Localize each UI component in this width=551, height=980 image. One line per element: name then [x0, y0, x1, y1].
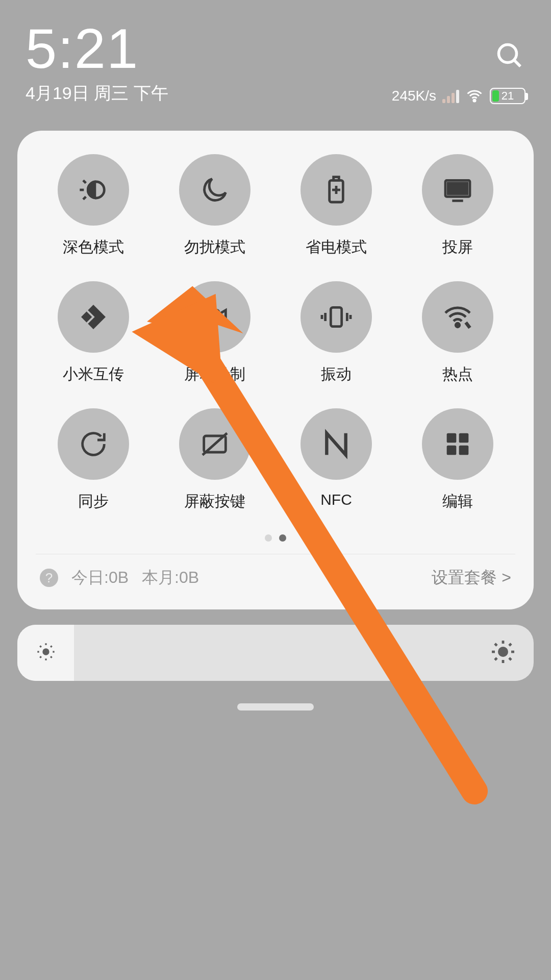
- cast-icon: [441, 174, 474, 206]
- quick-settings-panel: 深色模式 勿扰模式 省电模式 投屏 小米互传 屏幕录制 振动 热: [17, 131, 534, 609]
- svg-point-28: [42, 648, 49, 655]
- net-speed: 245K/s: [392, 88, 436, 104]
- brightness-low-icon: [36, 642, 56, 664]
- panel-drag-handle[interactable]: [237, 703, 314, 710]
- status-header: 5:21 4月19日 周三 下午 245K/s 21: [0, 0, 551, 115]
- toggle-nfc[interactable]: NFC: [276, 408, 397, 512]
- svg-line-6: [83, 197, 86, 199]
- vibrate-icon: [320, 301, 353, 333]
- nfc-icon: [320, 428, 353, 460]
- data-usage-row[interactable]: ? 今日:0B 本月:0B 设置套餐 >: [17, 554, 534, 603]
- brightness-high-icon: [491, 640, 515, 666]
- dark-mode-icon: [77, 174, 110, 206]
- battery-percent: 21: [491, 89, 524, 103]
- svg-rect-25: [459, 433, 469, 443]
- time-display: 5:21: [26, 20, 525, 77]
- toggle-do-not-disturb[interactable]: 勿扰模式: [154, 154, 276, 258]
- mi-share-icon: [77, 301, 110, 333]
- svg-point-2: [473, 100, 475, 102]
- svg-line-33: [40, 646, 41, 647]
- toggle-edit[interactable]: 编辑: [397, 408, 518, 512]
- toggle-hide-keys[interactable]: 屏蔽按键: [154, 408, 276, 512]
- svg-rect-12: [448, 183, 467, 194]
- svg-rect-8: [334, 177, 339, 181]
- toggle-label: 振动: [321, 364, 352, 385]
- toggle-screen-record[interactable]: 屏幕录制: [154, 281, 276, 385]
- svg-rect-27: [459, 446, 469, 455]
- toggle-power-save[interactable]: 省电模式: [276, 154, 397, 258]
- toggle-label: 小米互传: [63, 364, 124, 385]
- data-today: 今日:0B: [71, 567, 129, 589]
- toggle-label: 屏幕录制: [184, 364, 245, 385]
- page-dot-active: [279, 534, 286, 542]
- cellular-signal-icon: [442, 89, 459, 103]
- svg-line-43: [509, 658, 511, 660]
- toggle-label: 省电模式: [306, 237, 367, 258]
- battery-plus-icon: [320, 174, 353, 206]
- svg-line-45: [509, 644, 511, 646]
- svg-rect-15: [331, 307, 341, 326]
- toggle-hotspot[interactable]: 热点: [397, 281, 518, 385]
- svg-point-37: [498, 647, 508, 657]
- toggle-label: 深色模式: [63, 237, 124, 258]
- search-icon: [495, 41, 525, 71]
- data-month: 本月:0B: [142, 567, 199, 589]
- toggle-sync[interactable]: 同步: [33, 408, 154, 512]
- hide-keys-icon: [198, 428, 231, 460]
- svg-line-34: [51, 656, 52, 658]
- svg-line-42: [495, 644, 497, 646]
- svg-rect-26: [447, 446, 457, 455]
- hotspot-icon: [441, 301, 474, 333]
- toggle-label: 投屏: [442, 237, 473, 258]
- svg-line-21: [466, 323, 470, 328]
- svg-line-1: [514, 60, 521, 67]
- wifi-icon: [465, 87, 484, 105]
- toggle-label: 屏蔽按键: [184, 491, 245, 512]
- sync-icon: [77, 428, 110, 460]
- svg-line-44: [495, 658, 497, 660]
- svg-line-5: [83, 180, 86, 183]
- moon-icon: [198, 174, 231, 206]
- battery-indicator: 21: [490, 88, 525, 104]
- brightness-slider[interactable]: [17, 625, 534, 681]
- svg-point-0: [499, 45, 517, 63]
- svg-line-35: [40, 656, 41, 658]
- toggle-label: 勿扰模式: [184, 237, 245, 258]
- svg-rect-24: [447, 433, 457, 443]
- status-bar-right: 245K/s 21: [392, 87, 525, 105]
- toggle-grid: 深色模式 勿扰模式 省电模式 投屏 小米互传 屏幕录制 振动 热: [17, 146, 534, 517]
- svg-point-20: [456, 323, 459, 327]
- toggle-mi-share[interactable]: 小米互传: [33, 281, 154, 385]
- search-button[interactable]: [495, 41, 525, 71]
- toggle-cast[interactable]: 投屏: [397, 154, 518, 258]
- page-indicator[interactable]: [17, 534, 534, 542]
- video-camera-icon: [198, 301, 231, 333]
- toggle-label: 热点: [442, 364, 473, 385]
- toggle-label: 同步: [78, 491, 109, 512]
- toggle-dark-mode[interactable]: 深色模式: [33, 154, 154, 258]
- grid-icon: [441, 428, 474, 460]
- toggle-vibrate[interactable]: 振动: [276, 281, 397, 385]
- svg-line-36: [51, 646, 52, 647]
- help-icon: ?: [40, 569, 58, 587]
- toggle-label: NFC: [320, 491, 352, 508]
- toggle-label: 编辑: [442, 491, 473, 512]
- set-plan-link[interactable]: 设置套餐 >: [432, 567, 511, 589]
- svg-rect-14: [203, 310, 219, 324]
- page-dot: [265, 534, 272, 542]
